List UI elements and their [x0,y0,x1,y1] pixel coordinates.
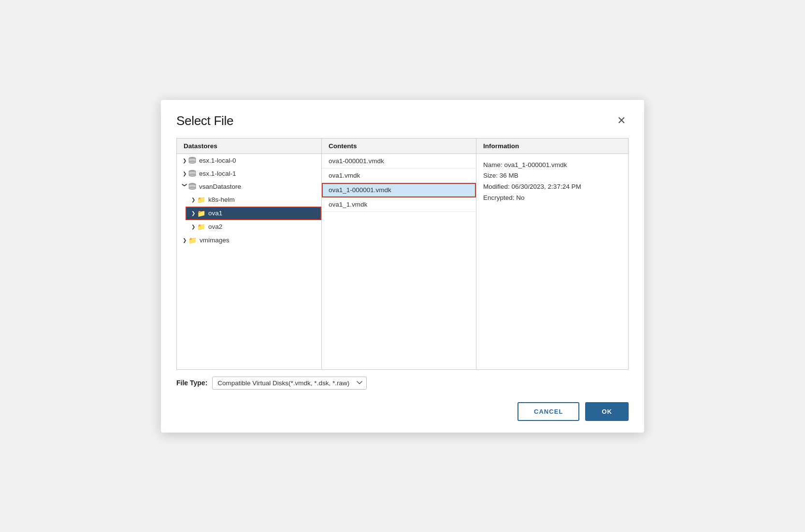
content-item-ova1vmdk[interactable]: ova1.vmdk [322,168,476,183]
datastore-icon [188,183,196,190]
information-panel: Information Name: ova1_1-000001.vmdk Siz… [476,139,628,369]
datastore-icon [188,157,196,164]
tree-label-vsandatastore: vsanDatastore [199,183,241,190]
tree-group-vsandatastore: ❯ vsanDatastore ❯ 📁 k8s-h [177,180,321,234]
tree-label-esx1local1: esx.1-local-1 [199,170,236,177]
info-name-value: ova1_1-000001.vmdk [504,161,567,168]
chevron-icon: ❯ [181,238,188,243]
info-name-row: Name: ova1_1-000001.vmdk [483,160,621,171]
info-size-row: Size: 36 MB [483,170,621,182]
file-type-bar: File Type: Compatible Virtual Disks(*.vm… [176,370,629,397]
file-type-label: File Type: [176,379,207,387]
tree-item-vsandatastore[interactable]: ❯ vsanDatastore [177,180,321,193]
chevron-icon: ❯ [189,210,197,216]
content-label: ova1.vmdk [329,172,360,179]
info-modified-row: Modified: 06/30/2023, 2:37:24 PM [483,182,621,193]
datastores-header: Datastores [177,139,321,154]
info-modified-label: Modified: [483,183,510,190]
info-name-label: Name: [483,161,503,168]
content-item-ova1_1vmdk[interactable]: ova1_1.vmdk [322,197,476,212]
contents-body: ova1-000001.vmdk ova1.vmdk ova1_1-000001… [322,154,476,369]
svg-point-5 [189,174,196,177]
tree-children-vsandatastore: ❯ 📁 k8s-helm ❯ 📁 ova1 ❯ [177,193,321,234]
select-file-dialog: Select File ✕ Datastores ❯ esx.1-local-0 [161,100,644,433]
tree-item-ova2[interactable]: ❯ 📁 ova2 [186,220,321,234]
ok-button[interactable]: OK [585,402,629,421]
cancel-button[interactable]: CANCEL [518,402,579,421]
file-type-select[interactable]: Compatible Virtual Disks(*.vmdk, *.dsk, … [212,377,367,390]
contents-panel: Contents ova1-000001.vmdk ova1.vmdk ova1… [322,139,476,369]
tree-label-ova1: ova1 [208,210,222,217]
chevron-icon: ❯ [181,171,188,176]
panel-container: Datastores ❯ esx.1-local-0 ❯ [176,138,629,370]
tree-label-k8shelm: k8s-helm [208,196,235,203]
tree-item-esx1local1[interactable]: ❯ esx.1-local-1 [177,167,321,180]
tree-label-esx1local0: esx.1-local-0 [199,157,236,164]
info-encrypted-label: Encrypted: [483,194,515,201]
datastores-body: ❯ esx.1-local-0 ❯ es [177,154,321,369]
info-encrypted-row: Encrypted: No [483,193,621,204]
action-bar: CANCEL OK [176,397,629,421]
content-label: ova1_1-000001.vmdk [329,186,391,194]
folder-icon: 📁 [197,210,205,217]
information-body: Name: ova1_1-000001.vmdk Size: 36 MB Mod… [476,154,628,369]
chevron-down-icon: ❯ [182,182,187,190]
svg-point-2 [189,161,196,164]
dialog-header: Select File ✕ [176,113,629,128]
datastores-panel: Datastores ❯ esx.1-local-0 ❯ [177,139,322,369]
folder-icon: 📁 [188,237,197,244]
tree-item-k8shelm[interactable]: ❯ 📁 k8s-helm [186,193,321,207]
chevron-icon: ❯ [181,158,188,163]
info-modified-value: 06/30/2023, 2:37:24 PM [512,183,581,190]
folder-icon: 📁 [197,196,205,204]
datastore-icon [188,170,196,177]
tree-item-ova1[interactable]: ❯ 📁 ova1 [186,207,321,220]
content-label: ova1-000001.vmdk [329,157,384,165]
chevron-icon: ❯ [189,197,197,202]
info-size-label: Size: [483,172,498,179]
info-encrypted-value: No [516,194,524,201]
close-button[interactable]: ✕ [614,114,629,127]
svg-point-8 [189,187,196,190]
tree-label-ova2: ova2 [208,223,222,230]
content-label: ova1_1.vmdk [329,201,367,208]
close-icon: ✕ [617,114,626,126]
tree-label-vmimages: vmimages [200,237,230,244]
contents-header: Contents [322,139,476,154]
tree-item-esx1local0[interactable]: ❯ esx.1-local-0 [177,154,321,167]
information-header: Information [476,139,628,154]
tree-item-vmimages[interactable]: ❯ 📁 vmimages [177,234,321,247]
info-size-value: 36 MB [500,172,518,179]
chevron-icon: ❯ [189,224,197,229]
content-item-ova1-000001[interactable]: ova1-000001.vmdk [322,154,476,168]
dialog-title: Select File [176,113,233,128]
folder-icon: 📁 [197,223,205,231]
content-item-ova1_1-000001[interactable]: ova1_1-000001.vmdk [322,183,476,197]
